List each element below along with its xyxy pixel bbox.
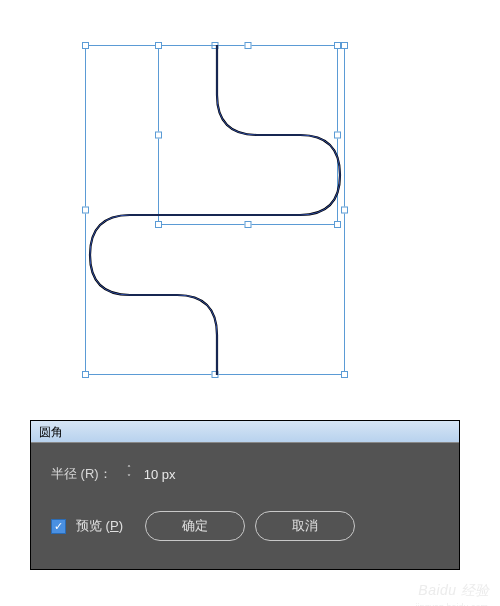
inner-handle-bl[interactable]	[155, 221, 162, 228]
spinner-down-icon[interactable]: ˅	[122, 474, 136, 483]
inner-handle-br[interactable]	[334, 221, 341, 228]
handle-middle-left[interactable]	[82, 207, 89, 214]
handle-bottom-left[interactable]	[82, 371, 89, 378]
cancel-button[interactable]: 取消	[255, 511, 355, 541]
ok-button[interactable]: 确定	[145, 511, 245, 541]
preview-checkbox[interactable]: ✓	[51, 519, 66, 534]
radius-input[interactable]: 10 px	[144, 467, 176, 482]
radius-label: 半径 (R)：	[51, 465, 112, 483]
canvas-area[interactable]	[85, 45, 345, 375]
watermark-subtext: jingyan.baidu.com	[415, 602, 488, 606]
inner-handle-bm[interactable]	[245, 221, 252, 228]
inner-handle-tm[interactable]	[245, 42, 252, 49]
inner-handle-tl[interactable]	[155, 42, 162, 49]
handle-top-left[interactable]	[82, 42, 89, 49]
handle-bottom-right[interactable]	[341, 371, 348, 378]
dialog-bottom-row: ✓ 预览 (P) 确定 取消	[51, 511, 439, 541]
dialog-titlebar[interactable]: 圆角	[31, 421, 459, 443]
inner-selection-box	[158, 45, 338, 225]
handle-top-right[interactable]	[341, 42, 348, 49]
inner-handle-ml[interactable]	[155, 132, 162, 139]
inner-handle-mr[interactable]	[334, 132, 341, 139]
radius-spinner[interactable]: ˄ ˅	[122, 465, 136, 483]
dialog-body: 半径 (R)： ˄ ˅ 10 px ✓ 预览 (P) 确定 取消	[31, 443, 459, 569]
round-corners-dialog: 圆角 半径 (R)： ˄ ˅ 10 px ✓ 预览 (P) 确定 取消	[30, 420, 460, 570]
preview-label[interactable]: 预览 (P)	[76, 517, 123, 535]
inner-handle-tr[interactable]	[334, 42, 341, 49]
handle-middle-right[interactable]	[341, 207, 348, 214]
dialog-title: 圆角	[39, 425, 63, 439]
handle-bottom-middle[interactable]	[212, 371, 219, 378]
radius-row: 半径 (R)： ˄ ˅ 10 px	[51, 465, 439, 483]
watermark-text: Baidu 经验	[418, 582, 490, 600]
check-icon: ✓	[54, 520, 63, 533]
